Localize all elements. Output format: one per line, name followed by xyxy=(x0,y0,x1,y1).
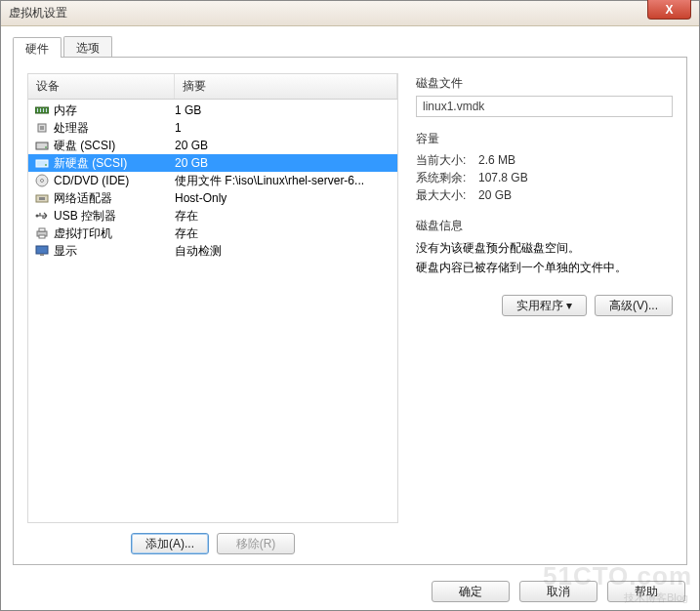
svg-rect-14 xyxy=(39,197,45,200)
device-summary: 存在 xyxy=(175,208,397,224)
disk-icon xyxy=(34,155,50,171)
svg-point-12 xyxy=(41,180,44,183)
device-summary: 存在 xyxy=(175,225,397,242)
svg-point-10 xyxy=(45,164,47,166)
device-summary: 1 xyxy=(175,121,397,135)
device-summary: 20 GB xyxy=(175,156,397,170)
device-name: 内存 xyxy=(54,102,175,119)
utilities-button[interactable]: 实用程序 ▾ xyxy=(502,295,587,316)
device-row-cd[interactable]: CD/DVD (IDE)使用文件 F:\iso\Linux\rhel-serve… xyxy=(28,172,397,189)
cpu-icon xyxy=(34,120,50,136)
ok-button[interactable]: 确定 xyxy=(432,581,510,602)
close-icon: X xyxy=(665,3,673,17)
current-size-row: 当前大小:2.6 MB xyxy=(416,151,673,169)
device-row-memory[interactable]: 内存1 GB xyxy=(28,102,397,119)
device-row-nic[interactable]: 网络适配器Host-Only xyxy=(28,189,397,207)
content-area: 硬件 选项 设备 摘要 内存1 GB处理器1硬盘 (SCSI)20 GB新硬盘 … xyxy=(1,26,699,573)
titlebar: 虚拟机设置 X xyxy=(1,1,699,26)
svg-rect-20 xyxy=(40,254,44,256)
device-buttons: 添加(A)... 移除(R) xyxy=(27,523,398,554)
svg-point-8 xyxy=(45,146,47,148)
device-summary: 20 GB xyxy=(175,139,397,152)
disk-info-label: 磁盘信息 xyxy=(416,218,673,234)
remove-button[interactable]: 移除(R) xyxy=(217,533,295,554)
device-column: 设备 摘要 内存1 GB处理器1硬盘 (SCSI)20 GB新硬盘 (SCSI)… xyxy=(27,73,398,554)
detail-column: 磁盘文件 linux1.vmdk 容量 当前大小:2.6 MB 系统剩余:107… xyxy=(416,73,673,554)
device-row-disk[interactable]: 新硬盘 (SCSI)20 GB xyxy=(28,154,397,172)
window-title: 虚拟机设置 xyxy=(9,5,67,21)
device-name: 显示 xyxy=(54,243,175,260)
disk-icon xyxy=(34,138,50,153)
max-size-row: 最大大小:20 GB xyxy=(416,186,673,204)
device-name: 虚拟打印机 xyxy=(54,225,175,242)
nic-icon xyxy=(34,190,50,206)
device-row-disk[interactable]: 硬盘 (SCSI)20 GB xyxy=(28,137,397,154)
cd-icon xyxy=(34,173,50,188)
svg-rect-4 xyxy=(46,108,47,112)
vm-settings-window: 虚拟机设置 X 硬件 选项 设备 摘要 内存1 GB处理器1硬盘 (SCSI)2… xyxy=(0,0,700,611)
hardware-panel: 设备 摘要 内存1 GB处理器1硬盘 (SCSI)20 GB新硬盘 (SCSI)… xyxy=(13,58,687,565)
device-table: 设备 摘要 内存1 GB处理器1硬盘 (SCSI)20 GB新硬盘 (SCSI)… xyxy=(27,73,398,523)
device-summary: 自动检测 xyxy=(175,243,397,260)
capacity-label: 容量 xyxy=(416,131,673,147)
help-button[interactable]: 帮助 xyxy=(607,581,685,602)
display-icon xyxy=(34,243,50,259)
device-table-body: 内存1 GB处理器1硬盘 (SCSI)20 GB新硬盘 (SCSI)20 GBC… xyxy=(28,100,397,262)
dialog-buttons: 确定 取消 帮助 xyxy=(1,573,699,610)
tab-strip: 硬件 选项 xyxy=(13,36,687,58)
device-name: CD/DVD (IDE) xyxy=(54,174,175,187)
add-button[interactable]: 添加(A)... xyxy=(131,533,209,554)
device-row-printer[interactable]: 虚拟打印机存在 xyxy=(28,224,397,242)
svg-rect-19 xyxy=(36,246,48,254)
col-device-header[interactable]: 设备 xyxy=(28,74,175,99)
svg-rect-3 xyxy=(43,108,44,112)
disk-file-field[interactable]: linux1.vmdk xyxy=(416,96,673,117)
tab-hardware[interactable]: 硬件 xyxy=(13,37,62,58)
printer-icon xyxy=(34,225,50,241)
capacity-section: 容量 当前大小:2.6 MB 系统剩余:107.8 GB 最大大小:20 GB xyxy=(416,131,673,204)
advanced-button[interactable]: 高级(V)... xyxy=(595,295,673,316)
usb-icon xyxy=(34,208,50,224)
tab-options[interactable]: 选项 xyxy=(63,36,112,57)
memory-icon xyxy=(34,102,50,118)
device-row-display[interactable]: 显示自动检测 xyxy=(28,242,397,260)
svg-point-15 xyxy=(36,215,39,218)
svg-rect-1 xyxy=(37,108,38,112)
device-table-header: 设备 摘要 xyxy=(28,74,397,100)
device-name: USB 控制器 xyxy=(54,208,175,224)
system-free-row: 系统剩余:107.8 GB xyxy=(416,169,673,186)
close-button[interactable]: X xyxy=(647,0,691,20)
device-summary: 使用文件 F:\iso\Linux\rhel-server-6... xyxy=(175,173,397,189)
disk-file-label: 磁盘文件 xyxy=(416,75,673,92)
device-row-cpu[interactable]: 处理器1 xyxy=(28,119,397,137)
disk-info-line2: 硬盘内容已被存储到一个单独的文件中。 xyxy=(416,258,673,277)
disk-info-line1: 没有为该硬盘预分配磁盘空间。 xyxy=(416,238,673,258)
device-name: 新硬盘 (SCSI) xyxy=(54,155,175,172)
device-name: 硬盘 (SCSI) xyxy=(54,138,175,154)
detail-buttons: 实用程序 ▾ 高级(V)... xyxy=(416,295,673,316)
device-name: 处理器 xyxy=(54,120,175,137)
disk-file-section: 磁盘文件 linux1.vmdk xyxy=(416,75,673,117)
svg-rect-17 xyxy=(39,228,45,231)
device-summary: 1 GB xyxy=(175,103,397,117)
device-row-usb[interactable]: USB 控制器存在 xyxy=(28,207,397,224)
svg-rect-2 xyxy=(40,108,41,112)
svg-rect-18 xyxy=(39,235,45,238)
svg-rect-6 xyxy=(40,126,44,130)
device-name: 网络适配器 xyxy=(54,190,175,207)
col-summary-header[interactable]: 摘要 xyxy=(175,74,397,99)
device-summary: Host-Only xyxy=(175,191,397,205)
disk-info-section: 磁盘信息 没有为该硬盘预分配磁盘空间。 硬盘内容已被存储到一个单独的文件中。 xyxy=(416,218,673,277)
cancel-button[interactable]: 取消 xyxy=(519,581,597,602)
